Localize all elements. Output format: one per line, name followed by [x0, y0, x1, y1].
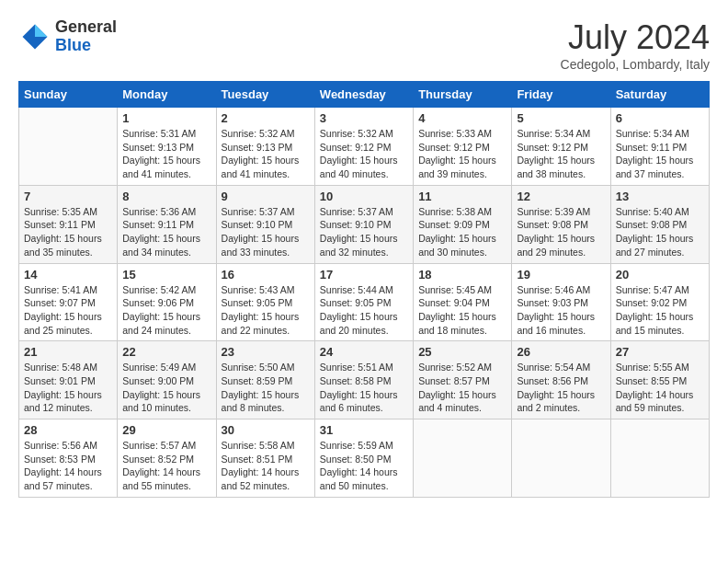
day-header-friday: Friday: [512, 82, 610, 108]
calendar-cell: 15Sunrise: 5:42 AM Sunset: 9:06 PM Dayli…: [118, 263, 216, 341]
cell-content: Sunrise: 5:47 AM Sunset: 9:02 PM Dayligh…: [616, 283, 704, 338]
day-number: 20: [616, 268, 704, 282]
calendar-cell: [414, 419, 512, 498]
calendar-cell: 8Sunrise: 5:36 AM Sunset: 9:11 PM Daylig…: [118, 185, 216, 263]
calendar-cell: 18Sunrise: 5:45 AM Sunset: 9:04 PM Dayli…: [414, 263, 512, 341]
day-number: 26: [517, 345, 605, 359]
svg-marker-1: [35, 24, 48, 37]
calendar-cell: 11Sunrise: 5:38 AM Sunset: 9:09 PM Dayli…: [414, 185, 512, 263]
cell-content: Sunrise: 5:39 AM Sunset: 9:08 PM Dayligh…: [517, 205, 605, 259]
day-number: 15: [122, 268, 210, 282]
cell-content: Sunrise: 5:48 AM Sunset: 9:01 PM Dayligh…: [24, 361, 112, 415]
calendar-cell: 10Sunrise: 5:37 AM Sunset: 9:10 PM Dayli…: [314, 185, 413, 263]
day-number: 18: [418, 268, 506, 282]
day-number: 17: [320, 268, 408, 282]
calendar-cell: 31Sunrise: 5:59 AM Sunset: 8:50 PM Dayli…: [314, 419, 413, 498]
header-row: SundayMondayTuesdayWednesdayThursdayFrid…: [19, 82, 710, 108]
day-number: 9: [222, 190, 310, 203]
calendar-cell: 4Sunrise: 5:33 AM Sunset: 9:12 PM Daylig…: [414, 108, 512, 186]
calendar-cell: 6Sunrise: 5:34 AM Sunset: 9:11 PM Daylig…: [610, 108, 709, 186]
calendar-cell: 17Sunrise: 5:44 AM Sunset: 9:05 PM Dayli…: [314, 263, 413, 341]
cell-content: Sunrise: 5:50 AM Sunset: 8:59 PM Dayligh…: [222, 361, 310, 415]
cell-content: Sunrise: 5:45 AM Sunset: 9:04 PM Dayligh…: [418, 283, 506, 338]
day-number: 11: [418, 190, 506, 203]
calendar-cell: [512, 419, 610, 498]
cell-content: Sunrise: 5:31 AM Sunset: 9:13 PM Dayligh…: [122, 127, 210, 181]
day-number: 25: [418, 345, 506, 359]
day-number: 23: [222, 345, 310, 359]
calendar-cell: 9Sunrise: 5:37 AM Sunset: 9:10 PM Daylig…: [216, 185, 314, 263]
location: Cedegolo, Lombardy, Italy: [561, 57, 710, 72]
day-number: 10: [320, 190, 408, 203]
day-number: 8: [122, 190, 210, 203]
day-number: 21: [24, 345, 112, 359]
calendar-cell: 30Sunrise: 5:58 AM Sunset: 8:51 PM Dayli…: [216, 419, 314, 498]
cell-content: Sunrise: 5:32 AM Sunset: 9:12 PM Dayligh…: [320, 127, 408, 181]
day-number: 29: [122, 423, 210, 437]
cell-content: Sunrise: 5:36 AM Sunset: 9:11 PM Dayligh…: [122, 205, 210, 259]
cell-content: Sunrise: 5:56 AM Sunset: 8:53 PM Dayligh…: [24, 439, 112, 493]
day-number: 24: [320, 345, 408, 359]
calendar-table: SundayMondayTuesdayWednesdayThursdayFrid…: [18, 81, 710, 498]
calendar-cell: 3Sunrise: 5:32 AM Sunset: 9:12 PM Daylig…: [314, 108, 413, 186]
day-header-sunday: Sunday: [19, 82, 118, 108]
calendar-cell: 13Sunrise: 5:40 AM Sunset: 9:08 PM Dayli…: [610, 185, 709, 263]
calendar-cell: 25Sunrise: 5:52 AM Sunset: 8:57 PM Dayli…: [414, 341, 512, 419]
day-number: 31: [320, 423, 408, 437]
logo-icon: [18, 20, 51, 53]
cell-content: Sunrise: 5:42 AM Sunset: 9:06 PM Dayligh…: [122, 283, 210, 338]
month-title: July 2024: [561, 18, 710, 57]
cell-content: Sunrise: 5:37 AM Sunset: 9:10 PM Dayligh…: [320, 205, 408, 259]
week-row-3: 14Sunrise: 5:41 AM Sunset: 9:07 PM Dayli…: [19, 263, 710, 341]
logo: General Blue: [18, 18, 117, 55]
cell-content: Sunrise: 5:38 AM Sunset: 9:09 PM Dayligh…: [418, 205, 506, 259]
day-number: 14: [24, 268, 112, 282]
calendar-cell: 12Sunrise: 5:39 AM Sunset: 9:08 PM Dayli…: [512, 185, 610, 263]
week-row-2: 7Sunrise: 5:35 AM Sunset: 9:11 PM Daylig…: [19, 185, 710, 263]
day-number: 16: [222, 268, 310, 282]
calendar-cell: 19Sunrise: 5:46 AM Sunset: 9:03 PM Dayli…: [512, 263, 610, 341]
calendar-cell: [610, 419, 709, 498]
logo-text: General Blue: [55, 18, 117, 55]
calendar-cell: 5Sunrise: 5:34 AM Sunset: 9:12 PM Daylig…: [512, 108, 610, 186]
calendar-cell: 16Sunrise: 5:43 AM Sunset: 9:05 PM Dayli…: [216, 263, 314, 341]
day-number: 27: [616, 345, 704, 359]
week-row-1: 1Sunrise: 5:31 AM Sunset: 9:13 PM Daylig…: [19, 108, 710, 186]
cell-content: Sunrise: 5:33 AM Sunset: 9:12 PM Dayligh…: [418, 127, 506, 181]
day-number: 30: [222, 423, 310, 437]
cell-content: Sunrise: 5:55 AM Sunset: 8:55 PM Dayligh…: [616, 361, 704, 415]
day-number: 5: [517, 111, 605, 125]
cell-content: Sunrise: 5:58 AM Sunset: 8:51 PM Dayligh…: [222, 439, 310, 493]
calendar-cell: 26Sunrise: 5:54 AM Sunset: 8:56 PM Dayli…: [512, 341, 610, 419]
cell-content: Sunrise: 5:34 AM Sunset: 9:12 PM Dayligh…: [517, 127, 605, 181]
title-block: July 2024 Cedegolo, Lombardy, Italy: [561, 18, 710, 72]
day-number: 13: [616, 190, 704, 203]
week-row-4: 21Sunrise: 5:48 AM Sunset: 9:01 PM Dayli…: [19, 341, 710, 419]
calendar-cell: 2Sunrise: 5:32 AM Sunset: 9:13 PM Daylig…: [216, 108, 314, 186]
cell-content: Sunrise: 5:57 AM Sunset: 8:52 PM Dayligh…: [122, 439, 210, 493]
day-number: 1: [122, 111, 210, 125]
cell-content: Sunrise: 5:37 AM Sunset: 9:10 PM Dayligh…: [222, 205, 310, 259]
calendar-cell: 21Sunrise: 5:48 AM Sunset: 9:01 PM Dayli…: [19, 341, 118, 419]
cell-content: Sunrise: 5:34 AM Sunset: 9:11 PM Dayligh…: [616, 127, 704, 181]
day-number: 28: [24, 423, 112, 437]
calendar-cell: 22Sunrise: 5:49 AM Sunset: 9:00 PM Dayli…: [118, 341, 216, 419]
cell-content: Sunrise: 5:54 AM Sunset: 8:56 PM Dayligh…: [517, 361, 605, 415]
cell-content: Sunrise: 5:49 AM Sunset: 9:00 PM Dayligh…: [122, 361, 210, 415]
week-row-5: 28Sunrise: 5:56 AM Sunset: 8:53 PM Dayli…: [19, 419, 710, 498]
cell-content: Sunrise: 5:44 AM Sunset: 9:05 PM Dayligh…: [320, 283, 408, 338]
day-header-tuesday: Tuesday: [216, 82, 314, 108]
day-header-wednesday: Wednesday: [314, 82, 413, 108]
day-number: 2: [222, 111, 310, 125]
cell-content: Sunrise: 5:32 AM Sunset: 9:13 PM Dayligh…: [222, 127, 310, 181]
calendar-cell: 7Sunrise: 5:35 AM Sunset: 9:11 PM Daylig…: [19, 185, 118, 263]
calendar-cell: 27Sunrise: 5:55 AM Sunset: 8:55 PM Dayli…: [610, 341, 709, 419]
calendar-cell: 29Sunrise: 5:57 AM Sunset: 8:52 PM Dayli…: [118, 419, 216, 498]
day-number: 3: [320, 111, 408, 125]
day-number: 22: [122, 345, 210, 359]
calendar-cell: 24Sunrise: 5:51 AM Sunset: 8:58 PM Dayli…: [314, 341, 413, 419]
cell-content: Sunrise: 5:41 AM Sunset: 9:07 PM Dayligh…: [24, 283, 112, 338]
cell-content: Sunrise: 5:59 AM Sunset: 8:50 PM Dayligh…: [320, 439, 408, 493]
day-number: 4: [418, 111, 506, 125]
cell-content: Sunrise: 5:51 AM Sunset: 8:58 PM Dayligh…: [320, 361, 408, 415]
